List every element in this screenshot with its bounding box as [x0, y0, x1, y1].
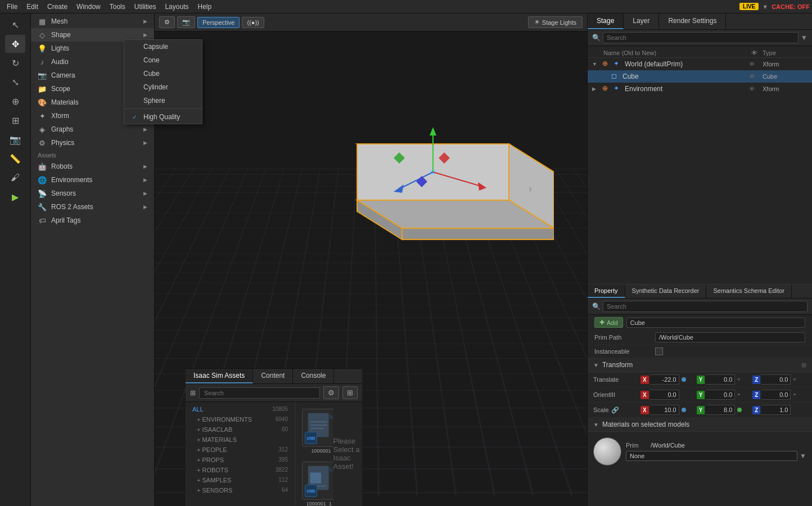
bottom-filter-icon[interactable]: ⊞ [190, 389, 196, 397]
asset-category-samples[interactable]: + SAMPLES 112 [186, 475, 295, 485]
xform-icon-world: ✦ [613, 60, 622, 69]
robots-icon: 🤖 [38, 162, 47, 171]
vis-cube[interactable]: 👁 [749, 73, 760, 80]
asset-list: ALL 10805 + ENVIRONMENTS 6040 + ISAACLAB… [186, 402, 295, 505]
menu-physics[interactable]: ⚙ Physics [31, 136, 154, 150]
menu-graphs[interactable]: ◈ Graphs [31, 123, 154, 136]
transform-section-header[interactable]: ▼ Transform ⊞ [588, 358, 812, 372]
menu-tools[interactable]: Tools [105, 2, 130, 12]
bottom-grid-btn[interactable]: ⊞ [342, 386, 358, 399]
sidebar-snap-icon[interactable]: ⊞ [5, 111, 25, 129]
menu-ros2[interactable]: 🔧 ROS 2 Assets [31, 200, 154, 214]
asset-category-sensors[interactable]: + SENSORS 64 [186, 485, 295, 495]
menu-help[interactable]: Help [193, 2, 216, 12]
live-dropdown-icon[interactable]: ▼ [762, 3, 768, 10]
tab-stage[interactable]: Stage [588, 13, 624, 29]
submenu-high-quality[interactable]: ✓ High Quality [124, 110, 202, 124]
viewport-perspective-btn[interactable]: Perspective [197, 17, 240, 28]
tree-row-environment[interactable]: ▶ ⊕ ✦ Environment 👁 Xform [588, 83, 812, 95]
asset-category-environments[interactable]: + ENVIRONMENTS 6040 [186, 414, 295, 424]
viewport-record-btn[interactable]: ((●)) [242, 17, 264, 28]
mat-prim-row: Prim /World/Cube [626, 442, 806, 449]
tab-property[interactable]: Property [588, 284, 625, 298]
tab-content[interactable]: Content [253, 369, 293, 383]
add-button[interactable]: ✚ Add [594, 317, 623, 328]
menu-sensors[interactable]: 📡 Sensors [31, 187, 154, 200]
vis-world[interactable]: 👁 [749, 61, 760, 67]
scale-link-icon[interactable]: 🔗 [611, 406, 619, 414]
sidebar-play-icon[interactable]: ▶ [5, 188, 25, 206]
tree-expand-world[interactable]: ▼ [592, 61, 600, 67]
add-value[interactable]: Cube [626, 318, 805, 328]
translate-z: Z 0.0 + [752, 374, 806, 385]
stage-search-input[interactable] [603, 32, 799, 43]
instanceable-checkbox[interactable] [655, 347, 663, 355]
sidebar-paint-icon[interactable]: 🖌 [5, 169, 25, 187]
submenu-sphere[interactable]: Sphere [124, 94, 202, 107]
asset-category-materials[interactable]: + MATERIALS [186, 435, 295, 445]
menu-april-tags[interactable]: 🏷 April Tags [31, 214, 154, 227]
property-search-input[interactable] [603, 301, 808, 312]
asset-category-people[interactable]: + PEOPLE 312 [186, 445, 295, 455]
vis-env[interactable]: 👁 [749, 85, 760, 92]
menu-edit[interactable]: Edit [22, 2, 43, 12]
menu-mesh[interactable]: ▦ Mesh [31, 15, 154, 28]
menu-window[interactable]: Window [72, 2, 105, 12]
mat-dropdown-icon[interactable]: ▼ [800, 452, 806, 460]
asset-thumb-1: USD [302, 462, 333, 500]
stage-filter-icon[interactable]: ▼ [801, 34, 808, 42]
orient-row: OrientIII X 0.0 Y 0.0 + Z 0.0 + [588, 387, 812, 403]
tab-semantics[interactable]: Semantics Schema Editor [706, 284, 792, 298]
sidebar-rotate-icon[interactable]: ↻ [5, 54, 25, 72]
transform-options-icon[interactable]: ⊞ [801, 362, 806, 369]
bottom-search-input[interactable] [199, 387, 320, 399]
tab-layer[interactable]: Layer [624, 13, 659, 29]
tree-row-cube[interactable]: ◻ Cube 👁 Cube [588, 70, 812, 83]
sidebar-gizmo-icon[interactable]: ⊕ [5, 92, 25, 110]
menu-utilities[interactable]: Utilities [130, 2, 161, 12]
sidebar-move-icon[interactable]: ✥ [5, 35, 25, 53]
tab-render-settings[interactable]: Render Settings [659, 13, 726, 29]
menu-environments[interactable]: 🌐 Environments [31, 173, 154, 187]
menu-file[interactable]: File [2, 2, 22, 12]
audio-icon: ♪ [38, 57, 47, 66]
tree-expand-environment[interactable]: ▶ [592, 86, 600, 92]
live-badge[interactable]: LIVE [739, 3, 759, 10]
materials-section-header[interactable]: ▼ Materials on selected models [588, 418, 812, 432]
tab-synthetic-data[interactable]: Synthetic Data Recorder [625, 284, 707, 298]
asset-card-1[interactable]: USD 1000001_1 1 [300, 459, 333, 505]
stage-lights-btn[interactable]: ☀ Stage Lights [528, 16, 583, 28]
tree-row-world[interactable]: ▼ ⊕ ✦ World (defaultPrim) 👁 Xform [588, 58, 812, 70]
camera-icon: 📷 [38, 71, 47, 80]
asset-category-robots[interactable]: + ROBOTS 3822 [186, 465, 295, 475]
sidebar-select-icon[interactable]: ↖ [5, 16, 25, 34]
submenu-cone[interactable]: Cone [124, 53, 202, 67]
menu-layouts[interactable]: Layouts [160, 2, 193, 12]
submenu-capsule[interactable]: Capsule [124, 40, 202, 53]
tab-console[interactable]: Console [293, 369, 334, 383]
tab-isaac-sim-assets[interactable]: Isaac Sim Assets [186, 369, 253, 383]
viewport-cam-btn[interactable]: 📷 [177, 16, 195, 28]
viewport-settings-btn[interactable]: ⚙ [159, 16, 175, 28]
submenu-cube[interactable]: Cube [124, 67, 202, 80]
main-layout: ↖ ✥ ↻ ⤡ ⊕ ⊞ 📷 📏 🖌 ▶ ▦ Mesh ◇ Shape 💡 Lig… [0, 13, 812, 506]
sidebar-cam-icon[interactable]: 📷 [5, 130, 25, 148]
asset-category-all[interactable]: ALL 10805 [186, 404, 295, 414]
scale-z: Z 1.0 [752, 405, 806, 415]
cube-icon: ◻ [611, 72, 620, 81]
menu-robots[interactable]: 🤖 Robots [31, 160, 154, 173]
scale-x: X 10.0 [640, 405, 694, 415]
world-icon: ⊕ [602, 60, 611, 69]
sidebar-scale-icon[interactable]: ⤡ [5, 73, 25, 91]
asset-card-0[interactable]: USD 1000001 [300, 406, 333, 456]
asset-category-props[interactable]: + PROPS 395 [186, 455, 295, 465]
menubar: File Edit Create Window Tools Utilities … [0, 0, 812, 13]
translate-row: Translate X -22.0 Y 0.0 + Z 0.0 + [588, 372, 812, 387]
asset-name-1: 1000001_1 1 [306, 501, 333, 505]
orient-y: Y 0.0 + [697, 390, 751, 400]
bottom-gear-btn[interactable]: ⚙ [323, 386, 339, 399]
submenu-cylinder[interactable]: Cylinder [124, 80, 202, 94]
menu-create[interactable]: Create [43, 2, 72, 12]
sidebar-measure-icon[interactable]: 📏 [5, 150, 25, 168]
asset-category-isaaclab[interactable]: + ISAACLAB 60 [186, 424, 295, 435]
